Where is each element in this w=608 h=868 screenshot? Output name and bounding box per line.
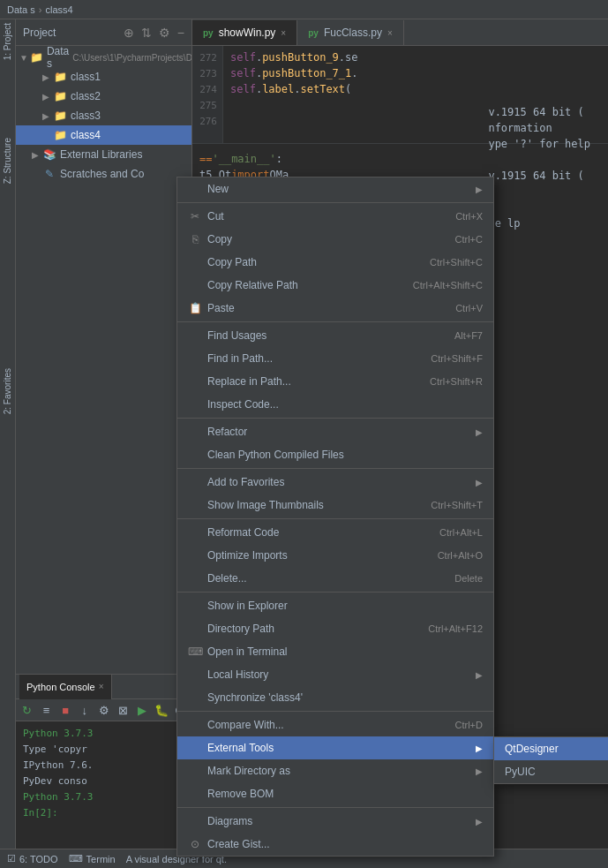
menu-find-path-label: Find in Path... [207, 352, 417, 365]
sep-5 [177, 518, 493, 519]
menu-replace-path[interactable]: Replace in Path... Ctrl+Shift+R [177, 370, 493, 393]
menu-diagrams[interactable]: Diagrams ▶ [177, 810, 493, 833]
menu-cut[interactable]: ✂ Cut Ctrl+X [177, 205, 493, 228]
external-tools-submenu: QtDesigner PyUIC [493, 736, 608, 784]
copy-rel-path-icon [188, 278, 202, 292]
menu-create-gist[interactable]: ⊙ Create Gist... [177, 833, 493, 856]
new-arrow: ▶ [476, 185, 483, 194]
submenu-qtdesigner[interactable]: QtDesigner [494, 737, 608, 760]
menu-sync-label: Synchronize 'class4' [207, 691, 483, 704]
reformat-shortcut: Ctrl+Alt+L [439, 527, 483, 538]
open-terminal-icon: ⌨ [188, 645, 202, 659]
menu-refactor-label: Refactor [207, 426, 472, 438]
menu-clean-python-label: Clean Python Compiled Files [207, 449, 483, 461]
dir-path-icon [188, 622, 202, 636]
delete-icon [188, 571, 202, 585]
paste-icon: 📋 [188, 301, 202, 315]
show-explorer-icon [188, 599, 202, 613]
remove-bom-icon [188, 787, 202, 801]
sep-2 [177, 321, 493, 322]
sep-6 [177, 592, 493, 593]
copy-path-icon [188, 255, 202, 269]
menu-external-tools[interactable]: External Tools ▶ QtDesigner PyUIC [177, 736, 493, 759]
menu-sync[interactable]: Synchronize 'class4' [177, 686, 493, 709]
pyuic-label: PyUIC [505, 766, 536, 778]
mark-dir-icon [188, 764, 202, 778]
diagrams-arrow: ▶ [476, 817, 483, 826]
menu-thumbnails-label: Show Image Thumbnails [207, 499, 417, 511]
inspect-icon [188, 397, 202, 411]
new-icon [188, 182, 202, 196]
copy-icon: ⎘ [188, 232, 202, 246]
menu-open-terminal-label: Open in Terminal [207, 645, 483, 658]
menu-inspect[interactable]: Inspect Code... [177, 393, 493, 416]
menu-delete[interactable]: Delete... Delete [177, 567, 493, 590]
menu-diagrams-label: Diagrams [207, 815, 472, 827]
menu-remove-bom[interactable]: Remove BOM [177, 782, 493, 805]
menu-mark-dir[interactable]: Mark Directory as ▶ [177, 759, 493, 782]
menu-new-label: New [207, 183, 472, 195]
menu-show-explorer[interactable]: Show in Explorer [177, 594, 493, 617]
sep-7 [177, 711, 493, 712]
menu-new[interactable]: New ▶ [177, 177, 493, 200]
menu-local-history-label: Local History [207, 668, 472, 681]
mark-dir-arrow: ▶ [476, 766, 483, 776]
reformat-icon [188, 525, 202, 540]
compare-icon [188, 718, 202, 732]
copy-shortcut: Ctrl+C [455, 234, 483, 245]
context-menu-overlay[interactable]: New ▶ ✂ Cut Ctrl+X ⎘ Copy Ctrl+C Copy Pa… [0, 0, 608, 868]
menu-create-gist-label: Create Gist... [207, 838, 483, 850]
menu-copy-rel-path[interactable]: Copy Relative Path Ctrl+Alt+Shift+C [177, 274, 493, 297]
menu-remove-bom-label: Remove BOM [207, 788, 483, 800]
menu-find-path[interactable]: Find in Path... Ctrl+Shift+F [177, 347, 493, 370]
menu-open-terminal[interactable]: ⌨ Open in Terminal [177, 640, 493, 663]
context-menu: New ▶ ✂ Cut Ctrl+X ⎘ Copy Ctrl+C Copy Pa… [176, 177, 494, 857]
menu-copy-rel-path-label: Copy Relative Path [207, 279, 399, 291]
menu-delete-label: Delete... [207, 572, 440, 585]
menu-compare-label: Compare With... [207, 719, 441, 731]
dir-path-shortcut: Ctrl+Alt+F12 [428, 623, 483, 634]
menu-optimize-label: Optimize Imports [207, 549, 424, 562]
menu-favorites[interactable]: Add to Favorites ▶ [177, 471, 493, 494]
menu-find-usages-label: Find Usages [207, 329, 440, 342]
local-history-icon [188, 668, 202, 682]
cut-shortcut: Ctrl+X [455, 211, 483, 222]
find-path-icon [188, 351, 202, 366]
qtdesigner-label: QtDesigner [505, 743, 559, 755]
menu-refactor[interactable]: Refactor ▶ [177, 420, 493, 443]
clean-python-icon [188, 448, 202, 462]
submenu-pyuic[interactable]: PyUIC [494, 760, 608, 783]
menu-reformat-label: Reformat Code [207, 526, 425, 539]
menu-copy-path-label: Copy Path [207, 256, 416, 268]
menu-inspect-label: Inspect Code... [207, 398, 483, 411]
menu-paste[interactable]: 📋 Paste Ctrl+V [177, 297, 493, 320]
optimize-shortcut: Ctrl+Alt+O [438, 550, 483, 561]
menu-reformat[interactable]: Reformat Code Ctrl+Alt+L [177, 521, 493, 544]
menu-find-usages[interactable]: Find Usages Alt+F7 [177, 324, 493, 347]
menu-thumbnails[interactable]: Show Image Thumbnails Ctrl+Shift+T [177, 494, 493, 517]
menu-dir-path[interactable]: Directory Path Ctrl+Alt+F12 [177, 617, 493, 640]
thumbnails-shortcut: Ctrl+Shift+T [431, 500, 483, 510]
delete-shortcut: Delete [454, 573, 483, 584]
sep-8 [177, 807, 493, 808]
menu-clean-python[interactable]: Clean Python Compiled Files [177, 443, 493, 466]
compare-shortcut: Ctrl+D [455, 720, 483, 730]
menu-optimize[interactable]: Optimize Imports Ctrl+Alt+O [177, 544, 493, 567]
menu-compare[interactable]: Compare With... Ctrl+D [177, 713, 493, 736]
menu-replace-path-label: Replace in Path... [207, 375, 416, 388]
favorites-arrow: ▶ [476, 478, 483, 487]
menu-dir-path-label: Directory Path [207, 623, 414, 635]
favorites-icon [188, 475, 202, 489]
sep-1 [177, 202, 493, 203]
menu-local-history[interactable]: Local History ▶ [177, 663, 493, 686]
github-icon: ⊙ [188, 837, 202, 851]
menu-copy[interactable]: ⎘ Copy Ctrl+C [177, 228, 493, 251]
menu-copy-path[interactable]: Copy Path Ctrl+Shift+C [177, 251, 493, 274]
menu-favorites-label: Add to Favorites [207, 476, 472, 488]
diagrams-icon [188, 814, 202, 828]
sep-4 [177, 468, 493, 469]
replace-path-icon [188, 374, 202, 389]
copy-path-shortcut: Ctrl+Shift+C [430, 257, 483, 268]
cut-icon: ✂ [188, 209, 202, 223]
refactor-icon [188, 425, 202, 439]
